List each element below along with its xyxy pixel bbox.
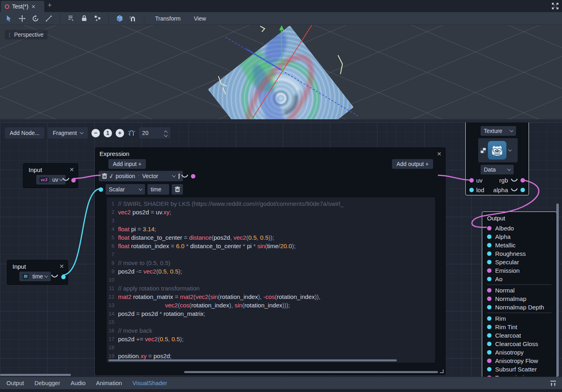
snap-icon[interactable] xyxy=(129,15,137,23)
port-position-output[interactable] xyxy=(191,174,195,178)
perspective-label: Perspective xyxy=(14,31,44,38)
bottom-tab-debugger[interactable]: Debugger xyxy=(35,380,60,386)
close-icon[interactable]: ✕ xyxy=(437,151,442,157)
3d-viewport[interactable]: ⋮ Perspective xyxy=(0,25,562,119)
texture-source-dropdown[interactable]: Texture xyxy=(481,126,516,136)
code-hscrollbar[interactable] xyxy=(108,359,397,361)
node-input-uv[interactable]: Input ✕ vc3 uv xyxy=(23,163,78,188)
transform-menu[interactable]: Transform xyxy=(151,15,185,22)
port-specular[interactable] xyxy=(487,260,491,264)
node-hscrollbar[interactable] xyxy=(184,371,438,373)
node-output[interactable]: Output AlbedoAlphaMetallicRoughnessSpecu… xyxy=(482,212,557,377)
port-type-dropdown[interactable]: Vector xyxy=(139,171,178,181)
port-alpha[interactable] xyxy=(487,234,491,239)
local-space-icon[interactable] xyxy=(116,15,124,23)
add-output-button[interactable]: Add output + xyxy=(392,159,433,169)
port-uv-input[interactable] xyxy=(469,178,474,183)
group-icon[interactable] xyxy=(93,15,102,23)
graph-hscrollbar[interactable] xyxy=(0,374,71,376)
port-normalmap-depth[interactable] xyxy=(487,305,491,309)
port-lod-input[interactable] xyxy=(469,188,474,192)
port-metallic[interactable] xyxy=(487,243,491,247)
transform-gizmo[interactable] xyxy=(0,25,562,119)
port-albedo[interactable] xyxy=(487,226,491,230)
close-icon[interactable]: ✕ xyxy=(69,166,74,173)
port-time-input[interactable] xyxy=(99,187,103,192)
port-type-dropdown[interactable]: Scalar xyxy=(106,184,145,195)
port-name-field[interactable]: position xyxy=(112,171,137,181)
code-text: float distance_to_center = distance(pos2… xyxy=(118,233,274,242)
fullscreen-icon[interactable] xyxy=(551,2,559,10)
zoom-out-button[interactable]: − xyxy=(91,129,100,137)
bottom-tab-animation[interactable]: Animation xyxy=(96,380,122,386)
resize-handle[interactable] xyxy=(440,369,444,373)
scene-tab[interactable]: Test(*) ✕ xyxy=(1,1,44,12)
snap-step-input[interactable]: 20 xyxy=(139,127,170,139)
snap-toggle-icon[interactable] xyxy=(128,129,135,137)
port-clearcoat-gloss[interactable] xyxy=(487,342,491,346)
port-uv-output[interactable] xyxy=(71,178,76,183)
port-subsurf-scatter[interactable] xyxy=(487,367,491,371)
visualshader-graph[interactable]: Add Node... Fragment − 1 + 20 Input ✕ vc… xyxy=(0,122,562,377)
move-tool-icon[interactable] xyxy=(18,15,26,23)
new-tab-button[interactable]: + xyxy=(48,1,52,10)
node-texture[interactable]: Texture Data uv xyxy=(465,122,529,195)
preview-toggle-icon[interactable] xyxy=(51,274,58,278)
input-source-dropdown[interactable]: vc3 uv xyxy=(36,175,66,185)
texture-data-dropdown[interactable]: Data xyxy=(481,165,514,174)
preview-toggle-icon[interactable] xyxy=(510,178,518,183)
drag-handle-icon[interactable]: ⋮ xyxy=(7,32,12,38)
panel-splitter[interactable] xyxy=(0,119,562,122)
delete-port-button[interactable] xyxy=(99,171,110,181)
line-number: 3 xyxy=(107,216,118,225)
port-normal[interactable] xyxy=(487,288,491,292)
add-input-button[interactable]: Add input + xyxy=(108,159,146,169)
zoom-reset-button[interactable]: 1 xyxy=(104,129,112,137)
bottom-tab-audio[interactable]: Audio xyxy=(71,380,85,386)
perspective-menu[interactable]: ⋮ Perspective xyxy=(5,30,48,39)
port-alpha-output[interactable] xyxy=(521,188,525,192)
godot-logo-icon[interactable] xyxy=(488,141,506,160)
port-normalmap[interactable] xyxy=(487,297,491,301)
port-emission[interactable] xyxy=(487,268,491,273)
port-clearcoat[interactable] xyxy=(487,333,491,338)
expand-panel-icon[interactable] xyxy=(550,380,557,387)
preview-toggle-icon[interactable] xyxy=(181,174,189,178)
port-transmission[interactable] xyxy=(487,375,491,377)
select-list-icon[interactable] xyxy=(67,15,75,23)
expression-code-editor[interactable]: 1// SWIRL SHADER by LKS (https://www.red… xyxy=(107,197,435,363)
node-expression[interactable]: Expression ✕ Add input + Add output + Ve… xyxy=(95,147,446,375)
tab-close-icon[interactable]: ✕ xyxy=(31,4,35,10)
graph-vscrollbar[interactable] xyxy=(556,203,559,377)
shader-mode-dropdown[interactable]: Fragment xyxy=(48,127,88,139)
input-source-dropdown[interactable]: flt time xyxy=(19,272,51,281)
zoom-in-button[interactable]: + xyxy=(116,129,124,137)
bottom-tab-output[interactable]: Output xyxy=(6,380,24,386)
view-menu[interactable]: View xyxy=(190,15,210,22)
preview-toggle-icon[interactable] xyxy=(510,188,518,192)
port-name-field[interactable]: time xyxy=(147,184,169,195)
node-input-time[interactable]: Input ✕ flt time xyxy=(7,260,68,285)
port-anisotropy[interactable] xyxy=(487,350,491,355)
texture-dropdown-chevron[interactable] xyxy=(508,148,512,151)
bottom-tab-visualshader[interactable]: VisualShader xyxy=(133,380,167,386)
port-roughness[interactable] xyxy=(487,251,491,256)
lock-icon[interactable] xyxy=(80,15,88,23)
close-icon[interactable]: ✕ xyxy=(59,263,64,270)
port-rim[interactable] xyxy=(487,316,491,321)
delete-port-button[interactable] xyxy=(172,184,183,195)
port-ao[interactable] xyxy=(487,277,491,281)
rotate-tool-icon[interactable] xyxy=(31,15,39,23)
texture-preview-button[interactable] xyxy=(478,138,518,162)
line-number: 18 xyxy=(107,343,118,352)
output-port-row: Ao xyxy=(482,275,556,283)
scale-tool-icon[interactable] xyxy=(45,15,53,23)
port-anisotropy-flow[interactable] xyxy=(487,359,491,363)
code-line: 2vec2 pos2d = uv.xy; xyxy=(107,208,435,216)
add-node-button[interactable]: Add Node... xyxy=(5,127,44,139)
port-rim-tint[interactable] xyxy=(487,325,491,329)
preview-toggle-icon[interactable] xyxy=(62,177,70,182)
port-rgb-output[interactable] xyxy=(521,178,525,183)
select-tool-icon[interactable] xyxy=(5,15,13,23)
port-time-output[interactable] xyxy=(61,275,66,279)
